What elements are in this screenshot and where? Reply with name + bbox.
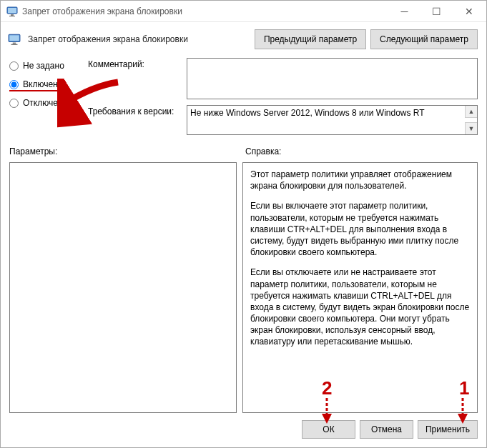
policy-title: Запрет отображения экрана блокировки bbox=[28, 34, 247, 44]
help-text-2: Если вы включаете этот параметр политики… bbox=[250, 200, 470, 258]
state-radio-group: Не задано Включено Отключено bbox=[9, 58, 81, 135]
svg-rect-2 bbox=[11, 14, 14, 16]
app-icon bbox=[6, 6, 18, 17]
close-button[interactable]: ✕ bbox=[453, 1, 485, 21]
radio-not-configured[interactable]: Не задано bbox=[9, 61, 81, 71]
parameters-label: Параметры: bbox=[9, 146, 245, 156]
parameters-panel bbox=[9, 162, 237, 413]
maximize-button[interactable]: ☐ bbox=[420, 1, 453, 21]
requirements-box: Не ниже Windows Server 2012, Windows 8 и… bbox=[187, 105, 478, 135]
svg-rect-3 bbox=[9, 16, 15, 16]
svg-rect-5 bbox=[9, 35, 19, 41]
requirements-label: Требования к версии: bbox=[88, 105, 181, 116]
ok-button[interactable]: ОК bbox=[302, 420, 355, 439]
next-setting-button[interactable]: Следующий параметр bbox=[370, 29, 478, 49]
scroll-up-button[interactable]: ▲ bbox=[465, 106, 477, 118]
radio-enabled-label: Включено bbox=[23, 79, 62, 89]
annotation-underline bbox=[9, 90, 67, 91]
help-text-1: Этот параметр политики управляет отображ… bbox=[250, 169, 470, 191]
policy-editor-window: Запрет отображения экрана блокировки ─ ☐… bbox=[0, 0, 487, 448]
radio-disabled[interactable]: Отключено bbox=[9, 98, 81, 108]
comment-label: Комментарий: bbox=[88, 58, 181, 69]
radio-enabled[interactable]: Включено bbox=[9, 79, 81, 89]
apply-button[interactable]: Применить bbox=[418, 420, 478, 439]
footer-buttons: ОК Отмена Применить bbox=[1, 413, 486, 447]
comment-input[interactable] bbox=[187, 58, 478, 99]
help-text-3: Если вы отключаете или не настраиваете э… bbox=[250, 267, 470, 347]
header-row: Запрет отображения экрана блокировки Пре… bbox=[1, 22, 486, 56]
minimize-button[interactable]: ─ bbox=[388, 1, 420, 21]
radio-disabled-label: Отключено bbox=[23, 98, 67, 108]
radio-not-configured-label: Не задано bbox=[23, 61, 64, 71]
policy-icon bbox=[8, 33, 21, 46]
radio-not-configured-input[interactable] bbox=[9, 61, 19, 71]
window-title: Запрет отображения экрана блокировки bbox=[22, 6, 388, 16]
svg-rect-7 bbox=[11, 44, 18, 45]
svg-rect-6 bbox=[13, 43, 16, 44]
cancel-button[interactable]: Отмена bbox=[360, 420, 413, 439]
radio-enabled-input[interactable] bbox=[9, 80, 19, 89]
help-label: Справка: bbox=[245, 146, 478, 156]
previous-setting-button[interactable]: Предыдущий параметр bbox=[255, 29, 366, 49]
scroll-down-button[interactable]: ▼ bbox=[465, 122, 477, 134]
radio-disabled-input[interactable] bbox=[9, 99, 19, 108]
requirements-value: Не ниже Windows Server 2012, Windows 8 и… bbox=[187, 106, 477, 120]
svg-rect-1 bbox=[8, 8, 16, 13]
titlebar: Запрет отображения экрана блокировки ─ ☐… bbox=[1, 1, 486, 22]
help-panel[interactable]: Этот параметр политики управляет отображ… bbox=[242, 162, 478, 413]
